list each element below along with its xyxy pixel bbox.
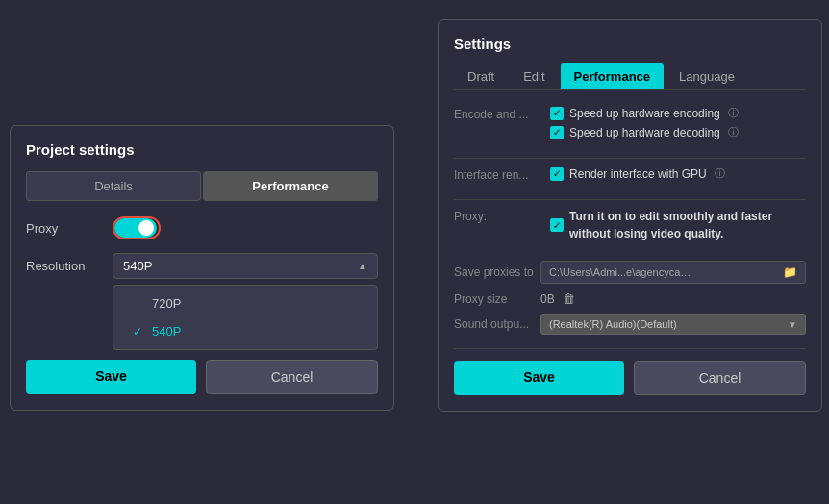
- tab-performance[interactable]: Performance: [203, 171, 378, 201]
- chevron-down-icon: ▼: [788, 319, 797, 330]
- checkmark-540p: ✓: [133, 325, 144, 339]
- proxy-row: Proxy: [26, 216, 378, 239]
- resolution-row: Resolution 540P ▲: [26, 253, 378, 279]
- folder-icon: 📁: [783, 265, 797, 279]
- save-button[interactable]: Save: [26, 360, 196, 394]
- save-proxies-path[interactable]: C:\Users\Admi...e\agencycache 📁: [540, 261, 806, 284]
- hardware-encoding-label: Speed up hardware encoding: [569, 107, 720, 120]
- settings-cancel-button[interactable]: Cancel: [634, 361, 806, 395]
- proxy-size-field: 0B 🗑: [540, 291, 806, 306]
- path-value: C:\Users\Admi...e\agencycache: [549, 266, 693, 278]
- encode-options: ✓ Speed up hardware encoding ⓘ ✓ Speed u…: [550, 106, 806, 144]
- info-icon-gpu: ⓘ: [715, 166, 725, 181]
- proxy-size-row: Proxy size 0B 🗑: [454, 291, 806, 306]
- sound-output-select[interactable]: (Realtek(R) Audio)(Default) ▼: [540, 314, 806, 335]
- chevron-up-icon: ▲: [358, 261, 367, 271]
- hardware-encoding-row: ✓ Speed up hardware encoding ⓘ: [550, 106, 806, 120]
- proxy-label: Proxy: [26, 221, 113, 236]
- settings-tabs: Draft Edit Performance Language: [454, 63, 806, 90]
- proxy-option-row: ✓ Turn it on to edit smoothly and faster…: [550, 208, 806, 242]
- dropdown-item-720p[interactable]: 720P: [113, 290, 377, 317]
- proxy-checkbox[interactable]: ✓: [550, 218, 564, 232]
- project-settings-tabs: Details Performance: [26, 171, 378, 201]
- hardware-decoding-row: ✓ Speed up hardware decoding ⓘ: [550, 125, 806, 139]
- resolution-select[interactable]: 540P ▲: [113, 253, 378, 279]
- resolution-label: Resolution: [26, 259, 113, 273]
- render-gpu-row: ✓ Render interface with GPU ⓘ: [550, 166, 806, 181]
- settings-save-button[interactable]: Save: [454, 361, 624, 395]
- divider-2: [454, 199, 806, 200]
- tab-edit[interactable]: Edit: [510, 63, 558, 89]
- trash-icon[interactable]: 🗑: [563, 291, 575, 306]
- proxy-section: Proxy: ✓ Turn it on to edit smoothly and…: [454, 208, 806, 247]
- hardware-encoding-checkbox[interactable]: ✓: [550, 107, 564, 120]
- toggle-track: [114, 218, 157, 238]
- dropdown-item-540p[interactable]: ✓ 540P: [113, 317, 377, 345]
- sound-output-label: Sound outpu...: [454, 317, 540, 331]
- project-settings-title: Project settings: [26, 141, 378, 158]
- hardware-decoding-checkbox[interactable]: ✓: [550, 126, 564, 139]
- encode-section: Encode and ... ✓ Speed up hardware encod…: [454, 106, 806, 144]
- tab-performance-settings[interactable]: Performance: [561, 63, 664, 89]
- hardware-decoding-label: Speed up hardware decoding: [569, 126, 720, 139]
- settings-panel: Settings Draft Edit Performance Language…: [438, 19, 822, 412]
- proxy-description-text: Turn it on to edit smoothly and faster w…: [569, 208, 806, 242]
- save-proxies-label: Save proxies to: [454, 265, 540, 279]
- sound-output-row: Sound outpu... (Realtek(R) Audio)(Defaul…: [454, 314, 806, 335]
- cancel-button[interactable]: Cancel: [206, 360, 378, 394]
- proxy-size-label: Proxy size: [454, 292, 540, 306]
- save-proxies-row: Save proxies to C:\Users\Admi...e\agency…: [454, 261, 806, 284]
- settings-title: Settings: [454, 36, 806, 52]
- settings-footer: Save Cancel: [454, 348, 806, 395]
- divider-1: [454, 158, 806, 159]
- interface-section: Interface ren... ✓ Render interface with…: [454, 166, 806, 186]
- proxy-toggle[interactable]: [113, 216, 161, 239]
- render-gpu-label: Render interface with GPU: [569, 167, 707, 181]
- proxy-description: ✓ Turn it on to edit smoothly and faster…: [550, 208, 806, 247]
- info-icon-encoding: ⓘ: [728, 106, 739, 120]
- sound-output-value: (Realtek(R) Audio)(Default): [549, 318, 677, 330]
- proxy-size-value: 0B: [540, 292, 555, 306]
- project-settings-dialog: Project settings Details Performance Pro…: [10, 125, 394, 411]
- background: Project settings Details Performance Pro…: [0, 0, 829, 504]
- interface-options: ✓ Render interface with GPU ⓘ: [550, 166, 806, 186]
- project-settings-footer: Save Cancel: [26, 360, 378, 394]
- tab-language[interactable]: Language: [666, 63, 748, 89]
- info-icon-decoding: ⓘ: [728, 125, 739, 139]
- render-gpu-checkbox[interactable]: ✓: [550, 167, 564, 181]
- proxy-section-label: Proxy:: [454, 208, 540, 223]
- resolution-dropdown: 720P ✓ 540P: [113, 285, 378, 350]
- tab-draft[interactable]: Draft: [454, 63, 508, 89]
- toggle-thumb: [138, 220, 154, 236]
- interface-label: Interface ren...: [454, 166, 540, 182]
- tab-details[interactable]: Details: [26, 171, 201, 201]
- resolution-value: 540P: [123, 259, 152, 273]
- encode-label: Encode and ...: [454, 106, 540, 121]
